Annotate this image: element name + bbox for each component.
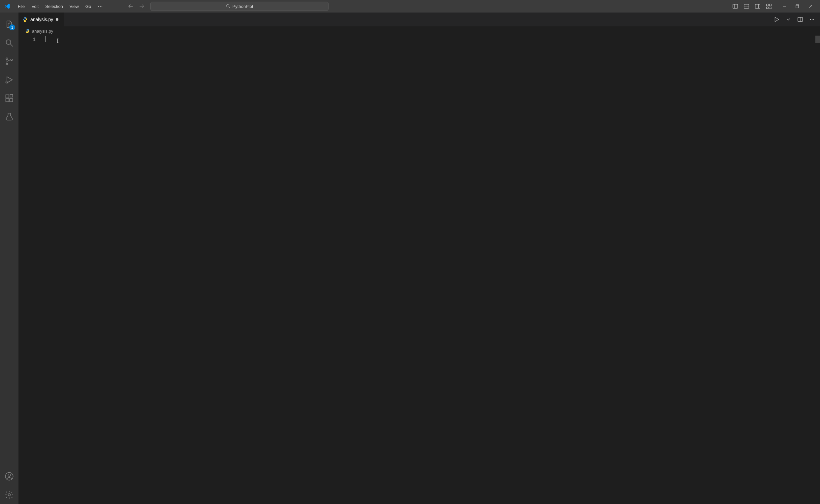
window-minimize-icon[interactable]: [778, 1, 791, 11]
svg-rect-29: [6, 95, 9, 98]
search-icon: [226, 4, 230, 9]
title-bar: File Edit Selection View Go PythonPlot: [0, 0, 820, 13]
nav-back-icon[interactable]: [126, 2, 135, 11]
svg-rect-8: [744, 4, 749, 8]
activity-bar: 1: [0, 13, 18, 504]
svg-point-38: [810, 19, 811, 20]
tab-analysis-py[interactable]: analysis.py: [18, 13, 65, 26]
breadcrumb[interactable]: analysis.py: [18, 26, 820, 36]
scrollbar-thumb[interactable]: [815, 36, 820, 43]
nav-arrows: [126, 2, 146, 11]
command-center-search[interactable]: PythonPlot: [150, 2, 328, 11]
explorer-badge: 1: [9, 24, 15, 30]
split-editor-icon[interactable]: [796, 15, 805, 24]
customize-layout-icon[interactable]: [764, 1, 774, 11]
title-layout-controls: [730, 1, 774, 11]
svg-point-1: [100, 6, 101, 7]
window-maximize-icon[interactable]: [791, 1, 804, 11]
editor-actions: [769, 13, 820, 26]
svg-point-21: [6, 40, 11, 44]
editor-area: analysis.py: [18, 13, 820, 504]
toggle-secondary-sidebar-icon[interactable]: [753, 1, 763, 11]
python-file-icon: [22, 17, 28, 22]
window-close-icon[interactable]: [804, 1, 817, 11]
menu-edit[interactable]: Edit: [28, 0, 42, 13]
svg-point-39: [812, 19, 812, 20]
line-number: 1: [18, 36, 36, 43]
vscode-logo-icon: [3, 2, 12, 11]
menu-go[interactable]: Go: [82, 0, 94, 13]
svg-line-4: [228, 7, 230, 8]
toggle-primary-sidebar-icon[interactable]: [730, 1, 740, 11]
text-cursor: [45, 36, 46, 42]
mouse-ibeam-icon: I: [57, 38, 59, 44]
svg-point-23: [6, 58, 8, 59]
svg-point-25: [11, 59, 12, 61]
activity-run-debug-icon[interactable]: [0, 71, 18, 89]
svg-rect-14: [767, 7, 769, 9]
svg-rect-30: [6, 99, 9, 102]
activity-explorer-icon[interactable]: 1: [0, 15, 18, 34]
code-editor[interactable]: I: [45, 36, 815, 504]
svg-point-2: [102, 6, 102, 7]
svg-point-24: [6, 63, 8, 65]
window-controls: [778, 1, 817, 11]
scrollbar[interactable]: [815, 36, 820, 504]
menu-more-icon[interactable]: [94, 4, 106, 9]
svg-rect-32: [10, 94, 13, 97]
activity-accounts-icon[interactable]: [0, 467, 18, 486]
svg-rect-12: [767, 4, 769, 6]
python-file-icon: [25, 29, 30, 34]
svg-line-22: [11, 44, 13, 46]
toggle-panel-icon[interactable]: [742, 1, 751, 11]
menu-selection[interactable]: Selection: [42, 0, 66, 13]
menu-file[interactable]: File: [15, 0, 28, 13]
activity-extensions-icon[interactable]: [0, 89, 18, 107]
svg-point-35: [8, 494, 11, 496]
svg-point-40: [813, 19, 814, 20]
editor-more-actions-icon[interactable]: [807, 15, 817, 24]
tab-bar: analysis.py: [18, 13, 820, 26]
activity-testing-icon[interactable]: [0, 107, 18, 126]
tab-label: analysis.py: [30, 17, 53, 22]
menu-bar: File Edit Selection View Go: [15, 0, 106, 13]
svg-rect-18: [796, 5, 799, 8]
editor-content: 1 I: [18, 36, 820, 504]
menu-view[interactable]: View: [66, 0, 82, 13]
nav-forward-icon[interactable]: [137, 2, 146, 11]
run-dropdown-icon[interactable]: [784, 15, 793, 24]
activity-source-control-icon[interactable]: [0, 52, 18, 71]
activity-settings-icon[interactable]: [0, 486, 18, 504]
tab-dirty-indicator-icon[interactable]: [56, 18, 58, 21]
activity-search-icon[interactable]: [0, 34, 18, 52]
svg-rect-31: [10, 99, 13, 102]
run-file-icon[interactable]: [772, 15, 781, 24]
svg-point-0: [98, 6, 99, 7]
breadcrumb-file: analysis.py: [32, 29, 53, 34]
svg-point-34: [8, 474, 10, 476]
search-text: PythonPlot: [232, 4, 253, 9]
line-number-gutter: 1: [18, 36, 45, 504]
svg-rect-13: [770, 4, 772, 6]
svg-rect-15: [770, 7, 772, 9]
svg-rect-10: [755, 4, 760, 8]
